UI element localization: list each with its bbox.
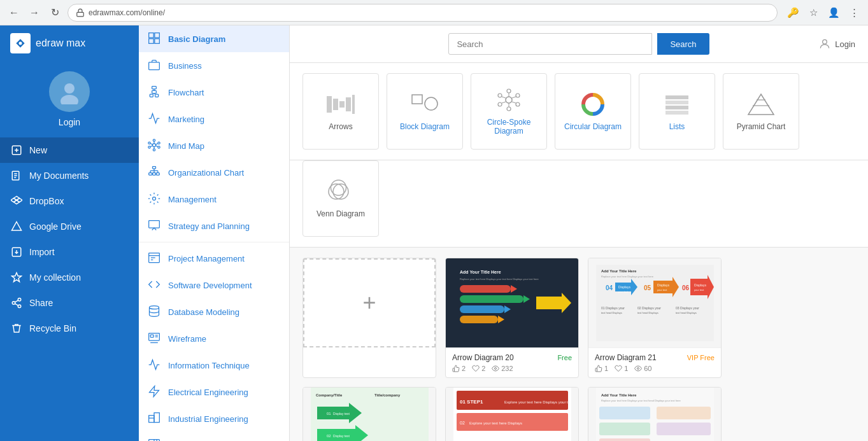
svg-text:02: 02 [327, 434, 331, 438]
cat-item-org-chart[interactable]: Organizational Chart [139, 159, 289, 186]
sidebar-item-share[interactable]: Share [0, 290, 139, 316]
cat-item-management[interactable]: Management [139, 186, 289, 213]
browser-bar: ← → ↻ edrawmax.com/online/ 🔑 ☆ 👤 ⋮ [0, 0, 868, 25]
password-icon[interactable]: 🔑 [785, 5, 800, 20]
category-panel: Basic Diagram Business [139, 25, 290, 441]
sidebar-user: Login [0, 61, 139, 137]
search-input[interactable] [448, 33, 652, 55]
svg-text:03 Displays your: 03 Displays your [676, 306, 699, 310]
bookmark-icon[interactable]: ☆ [806, 5, 821, 20]
eye-icon-2 [634, 365, 642, 372]
svg-point-34 [148, 142, 150, 144]
profile-icon[interactable]: 👤 [826, 5, 841, 20]
cat-label-org-chart: Organizational Chart [168, 168, 244, 178]
arrow-21-title: Arrow Diagram 21 [595, 353, 657, 362]
svg-rect-74 [327, 96, 332, 113]
search-area: Search [448, 33, 709, 55]
sidebar-item-google-drive[interactable]: Google Drive [0, 214, 139, 239]
template-card-arrow-24[interactable]: Add Your Title Here Replace your text he… [588, 387, 722, 441]
svg-text:06: 06 [682, 284, 690, 291]
diagram-card-venn[interactable]: Venn Diagram [302, 160, 379, 237]
sidebar-item-my-documents[interactable]: My Documents [0, 163, 139, 188]
cat-item-flowchart[interactable]: Flowchart [139, 79, 289, 106]
template-card-arrow-23[interactable]: 01 STEP1 Explore your text here Displays… [445, 387, 579, 441]
sidebar-item-new[interactable]: New [0, 137, 139, 163]
cat-item-marketing[interactable]: Marketing [139, 106, 289, 132]
user-login-label[interactable]: Login [59, 117, 80, 127]
svg-text:Add Your Title Here: Add Your Title Here [460, 270, 501, 274]
cat-item-strategy[interactable]: Strategy and Planning [139, 213, 289, 239]
svg-line-90 [502, 97, 506, 98]
sidebar-item-collection[interactable]: My collection [0, 265, 139, 290]
sidebar-item-dropbox[interactable]: DropBox [0, 188, 139, 214]
svg-text:04: 04 [606, 284, 613, 291]
search-button[interactable]: Search [657, 33, 709, 55]
cat-item-mind-map[interactable]: Mind Map [139, 132, 289, 159]
arrow-21-hearts: 1 [615, 365, 628, 372]
svg-rect-22 [149, 39, 154, 44]
svg-text:Replace your text here Display: Replace your text here Displays your tex… [460, 277, 539, 281]
svg-rect-47 [156, 173, 159, 175]
svg-point-33 [153, 149, 155, 151]
back-button[interactable]: ← [6, 5, 22, 20]
cat-item-software-dev[interactable]: Software Development [139, 272, 289, 298]
address-bar[interactable]: edrawmax.com/online/ [68, 4, 778, 22]
thumbs-up-icon [452, 365, 460, 372]
diagram-card-block[interactable]: Block Diagram [387, 73, 463, 150]
circular-diagram-icon [577, 92, 609, 117]
menu-icon[interactable]: ⋮ [846, 5, 862, 20]
svg-rect-76 [339, 101, 345, 108]
cat-item-info-tech[interactable]: Information Technique [139, 352, 289, 379]
cat-label-database: Database Modeling [168, 307, 239, 317]
database-icon [148, 305, 162, 319]
template-card-new[interactable]: + [302, 258, 436, 378]
strategy-icon [148, 219, 162, 233]
svg-line-93 [512, 102, 516, 103]
cat-item-basic-diagram[interactable]: Basic Diagram [139, 25, 289, 52]
svg-rect-79 [412, 95, 422, 104]
svg-rect-0 [77, 12, 84, 16]
svg-point-1 [19, 42, 22, 45]
svg-rect-78 [352, 95, 355, 114]
diagram-card-circle-spoke-label: Circle-Spoke Diagram [471, 118, 546, 136]
venn-row: Venn Diagram [290, 160, 868, 248]
cat-item-industrial-eng[interactable]: Industrial Engineering [139, 405, 289, 432]
template-card-arrow-22[interactable]: Company/Title Title/company 01 Display t… [302, 387, 436, 441]
main-content: Search Login [290, 25, 868, 441]
template-card-arrow-21[interactable]: Add Your Title Here Replace your text he… [588, 258, 722, 378]
logo-icon [10, 33, 31, 53]
avatar-svg [57, 79, 82, 104]
cat-item-wireframe[interactable]: Wireframe [139, 325, 289, 352]
user-area[interactable]: Login [709, 38, 855, 50]
diagram-card-arrows[interactable]: Arrows [302, 73, 379, 150]
user-avatar[interactable] [49, 71, 90, 112]
cat-item-business[interactable]: Business [139, 52, 289, 79]
reload-button[interactable]: ↻ [47, 5, 62, 20]
arrow-21-likes: 1 [595, 365, 608, 372]
diagram-card-venn-label: Venn Diagram [314, 209, 367, 218]
svg-point-2 [64, 83, 75, 94]
sidebar-item-share-label: Share [29, 298, 53, 308]
template-card-arrow-20[interactable]: Add Your Title Here Replace your text he… [445, 258, 579, 378]
sidebar-item-recycle-bin[interactable]: Recycle Bin [0, 316, 139, 341]
diagram-card-circular[interactable]: Circular Diagram [555, 73, 631, 150]
diagram-card-circle-spoke[interactable]: Circle-Spoke Diagram [471, 73, 547, 150]
arrow-21-title-row: Arrow Diagram 21 VIP Free [595, 353, 715, 362]
diagram-card-lists[interactable]: Lists [639, 73, 715, 150]
sidebar-item-collection-label: My collection [29, 272, 81, 283]
diagram-card-pyramid-label: Pyramid Chart [734, 122, 788, 131]
sidebar-item-import[interactable]: Import [0, 239, 139, 265]
sidebar-item-docs-label: My Documents [29, 171, 89, 181]
svg-line-42 [150, 146, 152, 147]
cat-item-database[interactable]: Database Modeling [139, 298, 289, 325]
forward-button[interactable]: → [27, 5, 42, 20]
svg-text:Displays: Displays [618, 285, 630, 289]
cat-item-building-plan[interactable]: Building Plan [139, 432, 289, 441]
user-icon [818, 38, 831, 50]
plus-icon: + [362, 290, 376, 316]
cat-item-electrical-eng[interactable]: Electrical Engineering [139, 379, 289, 405]
diagram-card-pyramid[interactable]: Pyramid Chart [723, 73, 799, 150]
cat-item-project-mgmt[interactable]: Project Management [139, 245, 289, 272]
svg-rect-23 [155, 39, 160, 44]
pyramid-chart-icon [745, 92, 777, 117]
